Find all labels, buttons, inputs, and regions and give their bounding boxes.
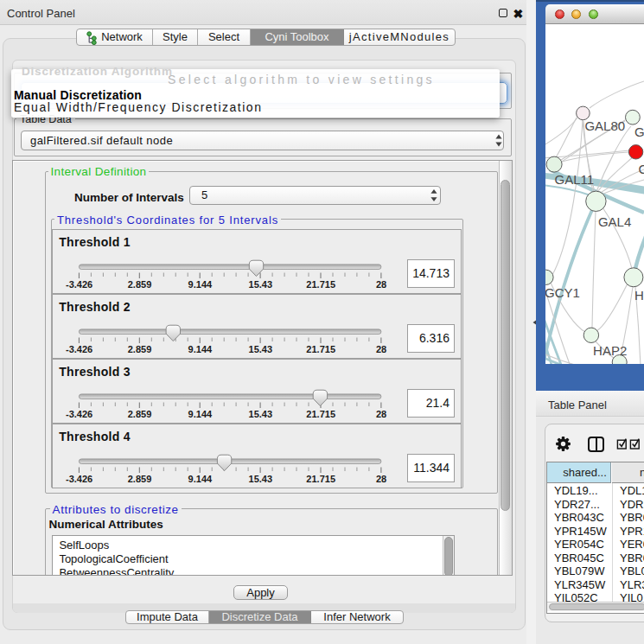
svg-text:HI: HI xyxy=(634,288,644,303)
svg-text:GA: GA xyxy=(634,124,644,139)
svg-text:GAL11: GAL11 xyxy=(555,172,595,187)
svg-text:GAL80: GAL80 xyxy=(584,118,625,133)
svg-text:HAP2: HAP2 xyxy=(593,343,627,358)
svg-text:CR: CR xyxy=(638,162,644,176)
svg-text:GCY1: GCY1 xyxy=(545,285,580,300)
svg-text:GAL4: GAL4 xyxy=(598,214,631,229)
